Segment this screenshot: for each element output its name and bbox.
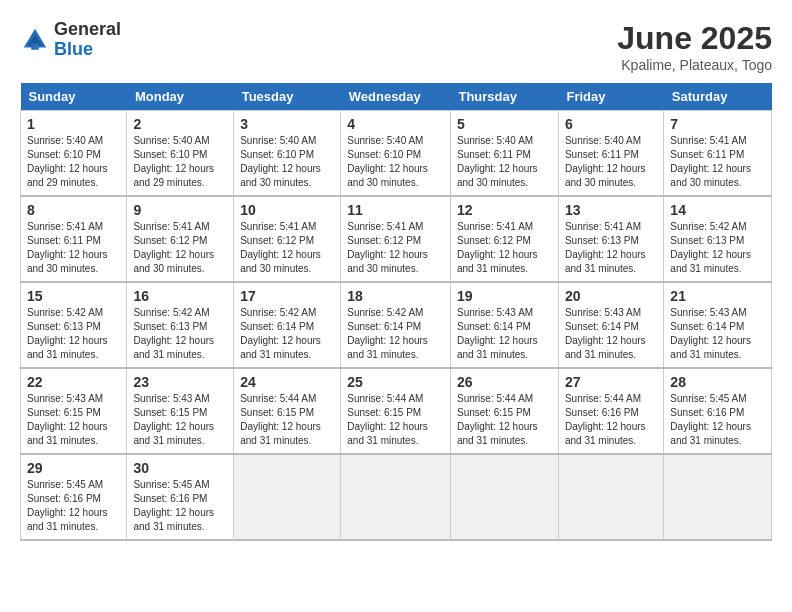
table-row: 21 Sunrise: 5:43 AMSunset: 6:14 PMDaylig… (664, 282, 772, 368)
day-info: Sunrise: 5:42 AMSunset: 6:14 PMDaylight:… (240, 306, 334, 362)
day-number: 19 (457, 288, 552, 304)
table-row: 28 Sunrise: 5:45 AMSunset: 6:16 PMDaylig… (664, 368, 772, 454)
day-info: Sunrise: 5:40 AMSunset: 6:11 PMDaylight:… (565, 134, 657, 190)
day-number: 27 (565, 374, 657, 390)
table-row: 19 Sunrise: 5:43 AMSunset: 6:14 PMDaylig… (450, 282, 558, 368)
day-number: 29 (27, 460, 120, 476)
day-info: Sunrise: 5:45 AMSunset: 6:16 PMDaylight:… (133, 478, 227, 534)
day-info: Sunrise: 5:44 AMSunset: 6:15 PMDaylight:… (457, 392, 552, 448)
day-number: 12 (457, 202, 552, 218)
day-info: Sunrise: 5:44 AMSunset: 6:15 PMDaylight:… (240, 392, 334, 448)
table-row: 26 Sunrise: 5:44 AMSunset: 6:15 PMDaylig… (450, 368, 558, 454)
day-number: 21 (670, 288, 765, 304)
logo-icon (20, 25, 50, 55)
table-row: 18 Sunrise: 5:42 AMSunset: 6:14 PMDaylig… (341, 282, 451, 368)
day-info: Sunrise: 5:41 AMSunset: 6:12 PMDaylight:… (133, 220, 227, 276)
day-info: Sunrise: 5:42 AMSunset: 6:13 PMDaylight:… (670, 220, 765, 276)
month-title: June 2025 (617, 20, 772, 57)
day-number: 24 (240, 374, 334, 390)
day-number: 13 (565, 202, 657, 218)
calendar-week-row: 29 Sunrise: 5:45 AMSunset: 6:16 PMDaylig… (21, 454, 772, 540)
table-row: 23 Sunrise: 5:43 AMSunset: 6:15 PMDaylig… (127, 368, 234, 454)
col-tuesday: Tuesday (234, 83, 341, 111)
calendar-week-row: 8 Sunrise: 5:41 AMSunset: 6:11 PMDayligh… (21, 196, 772, 282)
day-info: Sunrise: 5:40 AMSunset: 6:10 PMDaylight:… (27, 134, 120, 190)
calendar-body: 1 Sunrise: 5:40 AMSunset: 6:10 PMDayligh… (21, 111, 772, 541)
calendar-week-row: 1 Sunrise: 5:40 AMSunset: 6:10 PMDayligh… (21, 111, 772, 197)
day-info: Sunrise: 5:43 AMSunset: 6:14 PMDaylight:… (457, 306, 552, 362)
logo-blue-text: Blue (54, 40, 121, 60)
day-info: Sunrise: 5:43 AMSunset: 6:15 PMDaylight:… (133, 392, 227, 448)
day-info: Sunrise: 5:45 AMSunset: 6:16 PMDaylight:… (670, 392, 765, 448)
day-info: Sunrise: 5:45 AMSunset: 6:16 PMDaylight:… (27, 478, 120, 534)
table-row: 20 Sunrise: 5:43 AMSunset: 6:14 PMDaylig… (558, 282, 663, 368)
day-number: 2 (133, 116, 227, 132)
table-row (234, 454, 341, 540)
day-number: 4 (347, 116, 444, 132)
day-number: 23 (133, 374, 227, 390)
col-friday: Friday (558, 83, 663, 111)
day-info: Sunrise: 5:44 AMSunset: 6:16 PMDaylight:… (565, 392, 657, 448)
table-row: 25 Sunrise: 5:44 AMSunset: 6:15 PMDaylig… (341, 368, 451, 454)
table-row: 24 Sunrise: 5:44 AMSunset: 6:15 PMDaylig… (234, 368, 341, 454)
table-row: 11 Sunrise: 5:41 AMSunset: 6:12 PMDaylig… (341, 196, 451, 282)
logo: General Blue (20, 20, 121, 60)
day-number: 1 (27, 116, 120, 132)
table-row: 7 Sunrise: 5:41 AMSunset: 6:11 PMDayligh… (664, 111, 772, 197)
day-number: 6 (565, 116, 657, 132)
day-info: Sunrise: 5:43 AMSunset: 6:15 PMDaylight:… (27, 392, 120, 448)
table-row (664, 454, 772, 540)
day-info: Sunrise: 5:41 AMSunset: 6:12 PMDaylight:… (240, 220, 334, 276)
table-row (341, 454, 451, 540)
day-number: 20 (565, 288, 657, 304)
table-row: 17 Sunrise: 5:42 AMSunset: 6:14 PMDaylig… (234, 282, 341, 368)
day-number: 30 (133, 460, 227, 476)
calendar-header-row: Sunday Monday Tuesday Wednesday Thursday… (21, 83, 772, 111)
table-row: 8 Sunrise: 5:41 AMSunset: 6:11 PMDayligh… (21, 196, 127, 282)
table-row (558, 454, 663, 540)
day-info: Sunrise: 5:40 AMSunset: 6:10 PMDaylight:… (240, 134, 334, 190)
table-row: 22 Sunrise: 5:43 AMSunset: 6:15 PMDaylig… (21, 368, 127, 454)
page-header: General Blue June 2025 Kpalime, Plateaux… (20, 20, 772, 73)
day-info: Sunrise: 5:41 AMSunset: 6:12 PMDaylight:… (457, 220, 552, 276)
table-row: 3 Sunrise: 5:40 AMSunset: 6:10 PMDayligh… (234, 111, 341, 197)
table-row: 1 Sunrise: 5:40 AMSunset: 6:10 PMDayligh… (21, 111, 127, 197)
day-info: Sunrise: 5:40 AMSunset: 6:10 PMDaylight:… (347, 134, 444, 190)
day-info: Sunrise: 5:41 AMSunset: 6:12 PMDaylight:… (347, 220, 444, 276)
col-sunday: Sunday (21, 83, 127, 111)
col-thursday: Thursday (450, 83, 558, 111)
table-row: 5 Sunrise: 5:40 AMSunset: 6:11 PMDayligh… (450, 111, 558, 197)
day-number: 9 (133, 202, 227, 218)
logo-general-text: General (54, 20, 121, 40)
day-info: Sunrise: 5:41 AMSunset: 6:11 PMDaylight:… (670, 134, 765, 190)
day-number: 26 (457, 374, 552, 390)
day-number: 5 (457, 116, 552, 132)
table-row: 9 Sunrise: 5:41 AMSunset: 6:12 PMDayligh… (127, 196, 234, 282)
table-row: 13 Sunrise: 5:41 AMSunset: 6:13 PMDaylig… (558, 196, 663, 282)
title-block: June 2025 Kpalime, Plateaux, Togo (617, 20, 772, 73)
col-saturday: Saturday (664, 83, 772, 111)
table-row: 6 Sunrise: 5:40 AMSunset: 6:11 PMDayligh… (558, 111, 663, 197)
day-number: 18 (347, 288, 444, 304)
day-number: 28 (670, 374, 765, 390)
day-number: 7 (670, 116, 765, 132)
col-wednesday: Wednesday (341, 83, 451, 111)
day-info: Sunrise: 5:42 AMSunset: 6:14 PMDaylight:… (347, 306, 444, 362)
day-number: 16 (133, 288, 227, 304)
calendar-week-row: 15 Sunrise: 5:42 AMSunset: 6:13 PMDaylig… (21, 282, 772, 368)
calendar-table: Sunday Monday Tuesday Wednesday Thursday… (20, 83, 772, 541)
day-info: Sunrise: 5:42 AMSunset: 6:13 PMDaylight:… (133, 306, 227, 362)
day-info: Sunrise: 5:42 AMSunset: 6:13 PMDaylight:… (27, 306, 120, 362)
table-row: 15 Sunrise: 5:42 AMSunset: 6:13 PMDaylig… (21, 282, 127, 368)
day-info: Sunrise: 5:40 AMSunset: 6:10 PMDaylight:… (133, 134, 227, 190)
table-row: 16 Sunrise: 5:42 AMSunset: 6:13 PMDaylig… (127, 282, 234, 368)
day-info: Sunrise: 5:43 AMSunset: 6:14 PMDaylight:… (670, 306, 765, 362)
day-number: 10 (240, 202, 334, 218)
calendar-week-row: 22 Sunrise: 5:43 AMSunset: 6:15 PMDaylig… (21, 368, 772, 454)
day-number: 17 (240, 288, 334, 304)
day-info: Sunrise: 5:41 AMSunset: 6:11 PMDaylight:… (27, 220, 120, 276)
table-row: 29 Sunrise: 5:45 AMSunset: 6:16 PMDaylig… (21, 454, 127, 540)
table-row: 2 Sunrise: 5:40 AMSunset: 6:10 PMDayligh… (127, 111, 234, 197)
table-row: 10 Sunrise: 5:41 AMSunset: 6:12 PMDaylig… (234, 196, 341, 282)
day-number: 8 (27, 202, 120, 218)
